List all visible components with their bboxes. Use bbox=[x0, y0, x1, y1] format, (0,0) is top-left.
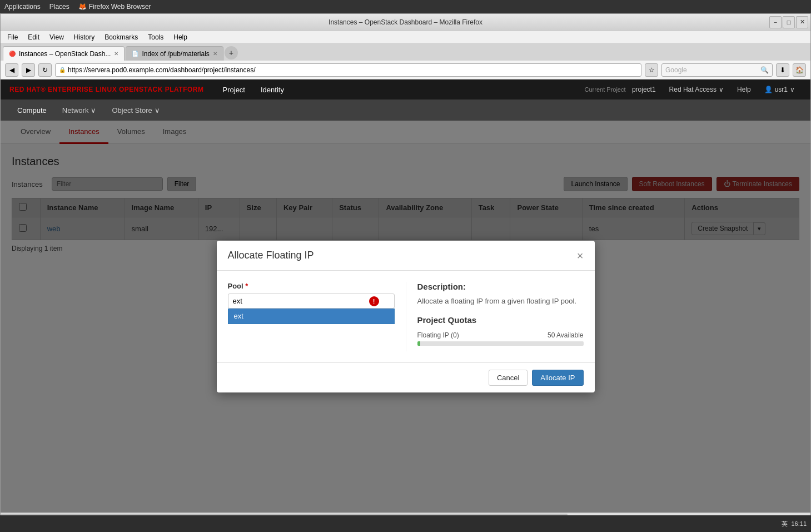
description-title: Description: bbox=[417, 282, 584, 291]
pool-select-wrapper: ext ▾ ! ext bbox=[228, 294, 395, 309]
rh-topnav: RED HAT® ENTERPRISE LINUX OPENSTACK PLAT… bbox=[1, 79, 810, 100]
sec-nav-object-store[interactable]: Object Store ∨ bbox=[104, 100, 167, 121]
taskbar: 英 16:11 bbox=[0, 515, 811, 532]
places-menu[interactable]: Places bbox=[49, 3, 69, 11]
browser-window: Instances – OpenStack Dashboard – Mozill… bbox=[0, 13, 811, 532]
tab-instances[interactable]: 🔴 Instances – OpenStack Dash... ✕ bbox=[3, 46, 125, 61]
current-project-name: project1 bbox=[632, 86, 656, 93]
tab-bar: 🔴 Instances – OpenStack Dash... ✕ 📄 Inde… bbox=[1, 44, 810, 61]
tab-favicon-1: 🔴 bbox=[9, 51, 16, 57]
red-hat-access-label: Red Hat Access bbox=[669, 86, 717, 93]
quota-available-text: 50 Available bbox=[548, 331, 584, 339]
download-button[interactable]: ⬇ bbox=[776, 63, 789, 77]
nav-project[interactable]: Project bbox=[215, 79, 253, 100]
modal-body: Pool * ext ▾ ! bbox=[217, 271, 595, 362]
allocate-floating-ip-modal: Allocate Floating IP × Pool * bbox=[217, 241, 595, 392]
browser-titlebar: Instances – OpenStack Dashboard – Mozill… bbox=[1, 14, 810, 31]
browser-label: Firefox Web Browser bbox=[89, 3, 151, 11]
quota-bar-background bbox=[417, 341, 584, 346]
pool-dropdown: ext bbox=[228, 309, 395, 324]
sec-nav-compute[interactable]: Compute bbox=[9, 100, 54, 121]
menu-view[interactable]: View bbox=[45, 32, 68, 42]
menu-bar: File Edit View History Bookmarks Tools H… bbox=[1, 31, 810, 44]
tab-label-1: Instances – OpenStack Dash... bbox=[19, 50, 111, 58]
modal-overlay: Allocate Floating IP × Pool * bbox=[1, 121, 810, 513]
user-menu[interactable]: 👤 usr1 ∨ bbox=[758, 79, 802, 100]
user-chevron-icon: ∨ bbox=[790, 86, 795, 93]
sec-nav-network-label: Network bbox=[62, 106, 89, 115]
modal-footer: Cancel Allocate IP bbox=[217, 362, 595, 392]
taskbar-lang: 英 bbox=[782, 520, 788, 528]
sec-nav-object-store-chevron-icon: ∨ bbox=[155, 106, 160, 115]
tab-index[interactable]: 📄 Index of /pub/materials ✕ bbox=[126, 46, 223, 61]
menu-file[interactable]: File bbox=[3, 32, 22, 42]
menu-help[interactable]: Help bbox=[169, 32, 192, 42]
description-text: Allocate a floating IP from a given floa… bbox=[417, 296, 584, 307]
forward-button[interactable]: ▶ bbox=[22, 63, 35, 77]
os-topbar: Applications Places 🦊 Firefox Web Browse… bbox=[0, 0, 811, 13]
new-tab-button[interactable]: + bbox=[225, 46, 238, 59]
applications-label: Applications bbox=[4, 3, 41, 11]
sec-nav: Compute Network ∨ Object Store ∨ bbox=[1, 100, 810, 121]
quota-floating-label: Floating IP (0) 50 Available bbox=[417, 331, 584, 339]
modal-right-panel: Description: Allocate a floating IP from… bbox=[406, 282, 584, 351]
allocate-ip-button[interactable]: Allocate IP bbox=[532, 370, 583, 386]
tab-close-2[interactable]: ✕ bbox=[213, 51, 217, 57]
modal-header: Allocate Floating IP × bbox=[217, 241, 595, 271]
search-icon: 🔍 bbox=[760, 66, 769, 74]
menu-bookmarks[interactable]: Bookmarks bbox=[100, 32, 142, 42]
close-button[interactable]: ✕ bbox=[796, 16, 808, 28]
quota-title: Project Quotas bbox=[417, 315, 584, 325]
nav-identity[interactable]: Identity bbox=[253, 79, 292, 100]
taskbar-time: 16:11 bbox=[791, 520, 807, 527]
cancel-button[interactable]: Cancel bbox=[489, 370, 528, 386]
sec-nav-compute-label: Compute bbox=[17, 106, 47, 115]
tab-label-2: Index of /pub/materials bbox=[142, 50, 209, 58]
red-hat-access-chevron-icon: ∨ bbox=[719, 86, 724, 93]
menu-history[interactable]: History bbox=[69, 32, 99, 42]
menu-edit[interactable]: Edit bbox=[23, 32, 44, 42]
nav-project-label: Project bbox=[223, 86, 245, 94]
sec-nav-network[interactable]: Network ∨ bbox=[54, 100, 105, 121]
current-project-label: Current Project bbox=[585, 86, 626, 93]
help-menu[interactable]: Help bbox=[730, 79, 758, 100]
applications-menu[interactable]: Applications bbox=[4, 3, 41, 11]
rh-right-nav: Current Project project1 Red Hat Access … bbox=[578, 79, 802, 100]
lock-icon: 🔒 bbox=[59, 67, 66, 73]
quota-bar-fill bbox=[417, 341, 421, 346]
pool-label-text: Pool bbox=[228, 282, 243, 290]
pool-label: Pool * bbox=[228, 282, 395, 290]
restore-button[interactable]: □ bbox=[783, 16, 795, 28]
modal-close-button[interactable]: × bbox=[577, 250, 584, 261]
window-controls: − □ ✕ bbox=[769, 16, 808, 28]
back-button[interactable]: ◀ bbox=[5, 63, 18, 77]
url-bar[interactable]: 🔒 https://servera.pod0.example.com/dashb… bbox=[55, 63, 641, 77]
minimize-button[interactable]: − bbox=[769, 16, 782, 28]
user-label: usr1 bbox=[775, 86, 788, 93]
user-icon: 👤 bbox=[764, 86, 773, 93]
modal-title: Allocate Floating IP bbox=[228, 250, 314, 261]
bookmark-button[interactable]: ☆ bbox=[645, 63, 658, 77]
pool-selected-value: ext bbox=[233, 297, 242, 305]
required-indicator: * bbox=[245, 282, 248, 290]
pool-option-ext[interactable]: ext bbox=[228, 309, 394, 324]
browser-icon: 🦊 bbox=[78, 3, 87, 11]
current-project: Current Project project1 bbox=[578, 79, 663, 100]
validation-error-icon: ! bbox=[369, 296, 379, 306]
app-content: RED HAT® ENTERPRISE LINUX OPENSTACK PLAT… bbox=[1, 79, 810, 513]
home-button[interactable]: 🏠 bbox=[793, 63, 806, 77]
quota-floating-ip: Floating IP (0) 50 Available bbox=[417, 331, 584, 346]
taskbar-icons: 英 16:11 bbox=[782, 520, 807, 528]
refresh-button[interactable]: ↻ bbox=[38, 63, 52, 77]
url-text: https://servera.pod0.example.com/dashboa… bbox=[68, 66, 256, 74]
red-hat-access-menu[interactable]: Red Hat Access ∨ bbox=[663, 79, 730, 100]
help-label: Help bbox=[737, 86, 751, 93]
search-bar[interactable]: Google 🔍 bbox=[661, 63, 773, 77]
sec-nav-network-chevron-icon: ∨ bbox=[91, 106, 96, 115]
tab-close-1[interactable]: ✕ bbox=[114, 51, 118, 57]
tab-favicon-2: 📄 bbox=[132, 51, 138, 57]
browser-menu[interactable]: 🦊 Firefox Web Browser bbox=[78, 3, 151, 11]
sec-nav-object-store-label: Object Store bbox=[112, 106, 152, 115]
search-placeholder: Google bbox=[665, 66, 687, 74]
menu-tools[interactable]: Tools bbox=[143, 32, 168, 42]
